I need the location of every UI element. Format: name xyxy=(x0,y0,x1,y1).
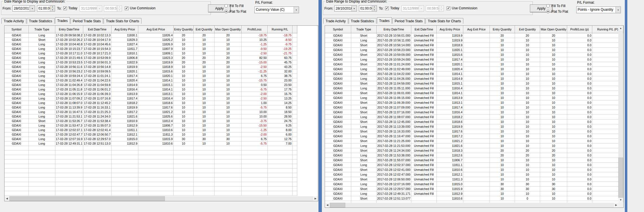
scroll-left-icon[interactable]: ◀ xyxy=(5,196,9,201)
table-row[interactable]: GDAXIShort2017-02-28 12:02:41.000Unmatch… xyxy=(325,167,623,172)
vertical-scrollbar[interactable]: ▲ ▼ xyxy=(618,26,623,202)
table-row[interactable]: GDAXILong2017-02-28 11:06:15.000Unmatche… xyxy=(325,95,623,100)
table-row[interactable]: GDAXILong2017-02-28 11:13:39.000Unmatche… xyxy=(325,124,623,129)
table-row[interactable]: GDAXILong2017-02-28 11:04:26.000Unmatche… xyxy=(325,76,623,81)
table-row[interactable]: GDAXIShort2017-02-28 11:12:45.000Unmatch… xyxy=(325,119,623,124)
scroll-left-icon[interactable]: ◀ xyxy=(325,203,330,207)
table-row[interactable]: GDAXIShort2017-02-28 10:56:14.000Unmatch… xyxy=(325,43,623,47)
tab-period-trade-stats[interactable]: Period Trade Stats xyxy=(71,18,103,24)
table-row[interactable]: GDAXIShort2017-02-28 10:59:09.000Unmatch… xyxy=(325,52,623,57)
column-header[interactable]: Running P/L xyxy=(267,26,292,33)
table-row[interactable]: GDAXILong17-02-28 12:49:31.117-02-28 12:… xyxy=(5,141,297,146)
table-row[interactable]: GDAXILong17-02-28 10:53:23.517-02-28 10:… xyxy=(5,60,297,65)
tab-trade-statistics[interactable]: Trade Statistics xyxy=(27,18,54,24)
chevron-down-icon[interactable]: ▼ xyxy=(352,6,357,11)
column-header[interactable]: Profit/Loss (p) xyxy=(567,26,592,33)
from-date-select[interactable]: 28/10/2016 ▼ xyxy=(334,5,357,12)
table-row[interactable]: GDAXILong17-02-28 12:02:47.717-02-28 12:… xyxy=(5,132,297,137)
table-row[interactable]: GDAXIShort2017-02-28 12:29:57.000Unmatch… xyxy=(325,186,623,191)
scroll-down-icon[interactable]: ▼ xyxy=(618,198,623,202)
tab-trade-activity[interactable]: Trade Activity xyxy=(1,18,26,24)
column-header[interactable]: Exit DateTime xyxy=(83,26,112,33)
column-header[interactable]: Entry DateTime xyxy=(376,26,411,33)
from-date-select[interactable]: 28/02/2017 ▼ xyxy=(12,5,35,12)
pl-format-select[interactable]: Points - Ignore Quantity ▼ xyxy=(576,6,621,13)
table-row[interactable]: GDAXILong2017-02-28 10:59:24.000Unmatche… xyxy=(325,57,623,62)
table-row[interactable]: GDAXILong17-02-28 10:56:11.617-02-28 10:… xyxy=(5,65,297,69)
tab-period-trade-stats[interactable]: Period Trade Stats xyxy=(392,18,425,24)
table-row[interactable]: GDAXILong2017-02-28 10:56:23.000Unmatche… xyxy=(325,47,623,52)
horizontal-scrollbar[interactable]: ◀ ▶ xyxy=(5,196,318,201)
scrollbar-track[interactable] xyxy=(345,203,614,207)
table-row[interactable]: GDAXILong17-02-28 11:13:39.917-02-28 11:… xyxy=(5,105,297,110)
table-row[interactable]: GDAXILong2017-02-28 11:21:53.000Unmatche… xyxy=(325,143,623,148)
column-header[interactable]: Entry Quantity xyxy=(173,26,194,33)
table-row[interactable]: GDAXIShort2017-02-28 11:01:24.000Unmatch… xyxy=(325,62,623,67)
column-header[interactable]: Avg Entry Price xyxy=(436,26,463,33)
time-spinner[interactable]: ▲▼ xyxy=(50,6,55,11)
column-header[interactable]: Trade Type xyxy=(29,26,55,33)
table-row[interactable]: GDAXILong2017-02-28 12:07:16.000Unmatche… xyxy=(325,182,623,186)
fill-to-fill-radio[interactable]: Fill To Fill xyxy=(546,3,568,9)
table-row[interactable]: GDAXIShort2017-02-28 12:06:50.000Unmatch… xyxy=(325,177,623,182)
column-header[interactable]: Avg Entry Price xyxy=(111,26,138,33)
column-header[interactable]: Exit Quantity xyxy=(515,26,540,33)
table-row[interactable]: GDAXILong17-02-28 10:21:49.617-02-28 10:… xyxy=(5,56,297,60)
table-row[interactable]: GDAXILong2017-02-28 12:49:31.171Unmatche… xyxy=(325,191,623,196)
table-row[interactable]: GDAXIShort2017-02-28 10:56:01.000Unmatch… xyxy=(325,33,623,38)
horizontal-scrollbar[interactable]: ◀ ▶ xyxy=(325,203,619,207)
table-row[interactable]: GDAXILong2017-02-28 11:53:38.000Unmatche… xyxy=(325,153,623,158)
table-row[interactable]: GDAXILong2017-02-28 11:08:07.000Unmatche… xyxy=(325,114,623,119)
from-time-input[interactable]: 01:00:00 ▲▼ xyxy=(37,5,55,12)
column-header[interactable]: Entry Quantity xyxy=(490,26,515,33)
table-row[interactable]: GDAXIShort2017-02-28 11:55:07.000Unmatch… xyxy=(325,158,623,162)
table-row[interactable]: GDAXILong2017-02-28 11:05:11.000Unmatche… xyxy=(325,86,623,90)
column-header[interactable]: Max Open Quantity xyxy=(215,26,241,33)
column-header[interactable]: Entry DateTime xyxy=(55,26,83,33)
table-row[interactable]: GDAXILong2017-02-28 11:16:47.000Unmatche… xyxy=(325,134,623,138)
table-row[interactable]: GDAXILong17-02-28 11:06:15.917-02-28 11:… xyxy=(5,92,297,96)
column-header[interactable]: Max Open Quantity xyxy=(540,26,567,33)
chevron-down-icon[interactable]: ▼ xyxy=(615,7,621,13)
scroll-right-icon[interactable]: ▶ xyxy=(614,203,619,207)
spinner-up-icon[interactable]: ▲ xyxy=(372,6,377,9)
table-row[interactable]: GDAXILong17-02-28 11:08:07.017-02-28 11:… xyxy=(5,101,297,105)
scrollbar-thumb[interactable] xyxy=(9,196,165,201)
table-row[interactable]: GDAXIShort2017-02-28 11:21:25.000Unmatch… xyxy=(325,138,623,143)
tab-trade-stats-for-charts[interactable]: Trade Stats for Charts xyxy=(104,18,141,24)
table-row[interactable]: GDAXILong17-02-28 10:17:11.017-02-28 10:… xyxy=(5,51,297,56)
table-row[interactable]: GDAXILong17-02-28 11:16:47.517-02-28 11:… xyxy=(5,110,297,114)
table-row[interactable]: GDAXILong17-02-28 10:59:24.417-02-28 11:… xyxy=(5,74,297,78)
today-checkbox[interactable]: ✓ Today xyxy=(385,6,399,10)
table-row[interactable]: GDAXIShort2017-02-28 11:24:34.000Unmatch… xyxy=(325,148,623,153)
spinner-up-icon[interactable]: ▲ xyxy=(50,6,55,9)
table-row[interactable]: GDAXILong17-02-28 12:02:37.117-02-28 12:… xyxy=(5,128,297,132)
chevron-down-icon[interactable]: ▼ xyxy=(30,6,35,11)
scroll-right-icon[interactable]: ▶ xyxy=(313,196,318,201)
flat-to-flat-radio[interactable]: Flat To Flat xyxy=(546,9,568,14)
scroll-up-icon[interactable]: ▲ xyxy=(618,26,623,31)
table-row[interactable]: GDAXIShort17-02-28 11:53:26.717-02-28 11… xyxy=(5,119,297,123)
table-row[interactable]: GDAXIShort2017-02-28 11:06:39.000Unmatch… xyxy=(325,100,623,105)
column-header[interactable]: Avg Exit Price xyxy=(138,26,173,33)
tab-trade-statistics[interactable]: Trade Statistics xyxy=(349,18,376,24)
table-row[interactable]: GDAXILong17-02-28 11:21:53.117-02-28 11:… xyxy=(5,114,297,119)
table-row[interactable]: GDAXILong17-02-28 11:07:09.217-02-28 11:… xyxy=(5,96,297,101)
chevron-down-icon[interactable]: ▼ xyxy=(294,7,299,13)
table-row[interactable]: GDAXIShort2017-02-28 12:51:13.07711810.6… xyxy=(325,196,623,201)
table-row[interactable]: GDAXIShort2017-02-28 11:16:33.000Unmatch… xyxy=(325,129,623,134)
table-row[interactable]: GDAXILong17-02-28 11:04:26.817-02-28 11:… xyxy=(5,83,297,87)
table-row[interactable]: GDAXILong2017-02-28 11:07:09.000Unmatche… xyxy=(325,105,623,110)
column-header[interactable]: Trade Type xyxy=(351,26,376,33)
column-header[interactable]: Symbol xyxy=(5,26,29,33)
column-header[interactable]: Symbol xyxy=(325,26,351,33)
tab-trades[interactable]: Trades xyxy=(55,17,70,24)
use-commission-checkbox[interactable]: ✓ Use Commission xyxy=(447,6,477,10)
from-time-input[interactable]: 01:00:00 ▲▼ xyxy=(359,5,377,12)
table-row[interactable]: GDAXIShort2017-02-28 11:06:01.000Unmatch… xyxy=(325,90,623,95)
table-row[interactable]: GDAXIShort2017-02-28 11:04:59.000Unmatch… xyxy=(325,81,623,86)
table-row[interactable]: GDAXILong2017-02-28 12:02:47.000Unmatche… xyxy=(325,172,623,177)
scrollbar-thumb[interactable] xyxy=(618,158,623,198)
tab-trades[interactable]: Trades xyxy=(377,17,392,24)
table-row[interactable]: GDAXIShort2017-02-28 11:07:16.000Unmatch… xyxy=(325,110,623,114)
